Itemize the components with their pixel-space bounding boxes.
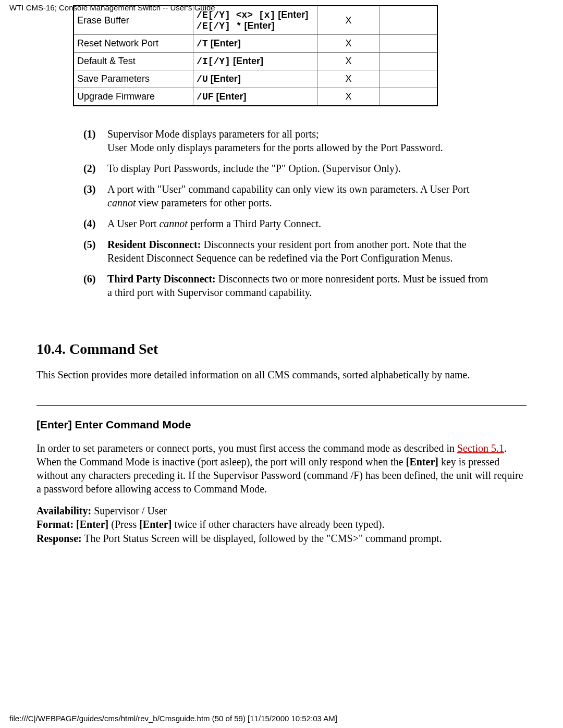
command-detail-paragraph: In order to set parameters or connect po… (36, 441, 527, 496)
response-line: Response: The Port Status Screen will be… (36, 532, 527, 545)
footnote-text-post: view parameters for other ports. (136, 197, 272, 208)
cmd-sans: [Enter] (275, 9, 308, 20)
footnote-number: (6) (83, 272, 107, 299)
cmd-syntax-cell: /T [Enter] (193, 35, 317, 53)
command-detail-meta: Availability: Supervisor / User Format: … (36, 504, 527, 545)
footnote-number: (5) (83, 238, 107, 265)
footnote-item: (2) To display Port Passwords, include t… (83, 162, 495, 175)
cmd-empty-cell (380, 53, 437, 70)
footnote-item: (1) Supervisor Mode displays parameters … (83, 127, 495, 154)
format-line: Format: [Enter] (Press [Enter] twice if … (36, 517, 527, 531)
footnote-text-pre: A port with "User" command capability ca… (107, 183, 470, 195)
cmd-mono: /T (197, 39, 208, 49)
footnote-text: To display Port Passwords, include the "… (107, 162, 495, 175)
footnote-text: Third Party Disconnect: Disconnects two … (107, 272, 495, 299)
format-label: Format: (36, 519, 74, 530)
cmd-name-cell: Save Parameters (74, 70, 193, 88)
footnote-number: (1) (83, 127, 107, 154)
cmd-empty-cell (380, 88, 437, 106)
footnote-text: Resident Disconnect: Disconnects your re… (107, 238, 495, 265)
table-row: Upgrade Firmware /UF [Enter] X (74, 88, 437, 106)
cmd-mono: /U (197, 74, 208, 84)
footnote-lead: Third Party Disconnect: (107, 273, 216, 285)
footnote-text: Supervisor Mode displays parameters for … (107, 127, 495, 154)
format-enter-key: [Enter] (139, 519, 172, 530)
cmd-x-cell: X (317, 6, 380, 35)
cmd-empty-cell (380, 70, 437, 88)
page-header: WTI CMS-16; Console Management Switch --… (9, 3, 215, 12)
footnote-item: (4) A User Port cannot perform a Third P… (83, 217, 495, 230)
cmd-x-cell: X (317, 88, 380, 106)
footnote-text-em: cannot (107, 197, 136, 208)
cmd-empty-cell (380, 6, 437, 35)
footnote-text-pre: A User Port (107, 218, 159, 229)
cmd-sans: [Enter] (214, 91, 247, 102)
table-row: Reset Network Port /T [Enter] X (74, 35, 437, 53)
cmd-name-cell: Upgrade Firmware (74, 88, 193, 106)
command-table: Erase Buffer /E[/Y] <x> [x] [Enter] /E[/… (73, 5, 438, 106)
footnote-number: (4) (83, 217, 107, 230)
availability-value: Supervisor / User (91, 505, 167, 516)
response-label: Response: (36, 533, 82, 544)
text-fragment: twice if other characters have already b… (172, 519, 384, 530)
cmd-mono: /I[/Y] (197, 56, 230, 67)
cmd-sans: [Enter] (208, 73, 241, 84)
cmd-sans: [Enter] (242, 20, 275, 31)
cmd-mono: /E[/Y] * (197, 21, 241, 31)
divider (36, 405, 527, 406)
cmd-sans: [Enter] (230, 56, 263, 66)
footnote-number: (2) (83, 162, 107, 175)
footnotes-block: (1) Supervisor Mode displays parameters … (83, 127, 495, 299)
availability-label: Availability: (36, 505, 91, 516)
cmd-x-cell: X (317, 53, 380, 70)
cmd-empty-cell (380, 35, 437, 53)
section-intro: This Section provides more detailed info… (36, 368, 527, 381)
cmd-x-cell: X (317, 35, 380, 53)
cmd-sans: [Enter] (208, 38, 241, 48)
footnote-item: (6) Third Party Disconnect: Disconnects … (83, 272, 495, 299)
text-fragment: (Press (108, 519, 139, 530)
cmd-name-cell: Reset Network Port (74, 35, 193, 53)
footnote-text: A port with "User" command capability ca… (107, 182, 495, 209)
footnote-item: (3) A port with "User" command capabilit… (83, 182, 495, 209)
text-fragment: In order to set parameters or connect po… (36, 442, 457, 454)
table-row: Default & Test /I[/Y] [Enter] X (74, 53, 437, 70)
table-row: Save Parameters /U [Enter] X (74, 70, 437, 88)
cmd-name-cell: Default & Test (74, 53, 193, 70)
footnote-lead: Resident Disconnect: (107, 239, 201, 250)
cmd-syntax-cell: /I[/Y] [Enter] (193, 53, 317, 70)
format-enter-key: [Enter] (74, 519, 108, 530)
footnote-item: (5) Resident Disconnect: Disconnects you… (83, 238, 495, 265)
footnote-text-post: perform a Third Party Connect. (188, 218, 321, 229)
cmd-x-cell: X (317, 70, 380, 88)
availability-line: Availability: Supervisor / User (36, 504, 527, 517)
enter-key-label: [Enter] (406, 456, 438, 467)
cmd-mono: /UF (197, 92, 213, 102)
section-link[interactable]: Section 5.1 (457, 442, 504, 454)
footnote-text-em: cannot (159, 218, 187, 229)
cmd-syntax-cell: /U [Enter] (193, 70, 317, 88)
footnote-text: A User Port cannot perform a Third Party… (107, 217, 495, 230)
response-value: The Port Status Screen will be displayed… (82, 533, 442, 544)
cmd-syntax-cell: /UF [Enter] (193, 88, 317, 106)
section-heading: 10.4. Command Set (36, 341, 527, 357)
command-detail-heading: [Enter] Enter Command Mode (36, 418, 527, 431)
footnote-number: (3) (83, 182, 107, 209)
